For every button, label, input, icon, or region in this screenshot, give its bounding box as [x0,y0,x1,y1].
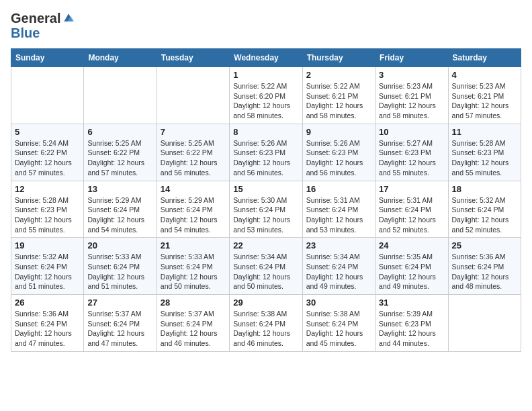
day-number: 31 [379,298,444,308]
day-number: 24 [379,240,444,250]
day-number: 20 [87,240,152,250]
day-info: Sunrise: 5:37 AMSunset: 6:24 PMDaylight:… [161,309,226,349]
calendar-cell [157,67,229,124]
day-number: 10 [379,127,444,137]
calendar-week: 26Sunrise: 5:36 AMSunset: 6:24 PMDayligh… [11,295,521,352]
day-info: Sunrise: 5:29 AMSunset: 6:24 PMDaylight:… [87,195,152,235]
calendar-cell: 21Sunrise: 5:33 AMSunset: 6:24 PMDayligh… [157,238,229,295]
calendar-cell: 19Sunrise: 5:32 AMSunset: 6:24 PMDayligh… [11,238,84,295]
day-number: 27 [87,298,152,308]
day-number: 6 [87,127,152,137]
calendar-cell: 31Sunrise: 5:39 AMSunset: 6:23 PMDayligh… [375,295,448,352]
weekday-header: Saturday [448,49,521,67]
day-number: 15 [233,184,298,194]
day-info: Sunrise: 5:31 AMSunset: 6:24 PMDaylight:… [379,195,444,235]
day-info: Sunrise: 5:32 AMSunset: 6:24 PMDaylight:… [452,195,517,235]
calendar-cell: 7Sunrise: 5:25 AMSunset: 6:22 PMDaylight… [157,124,229,181]
day-number: 2 [306,70,371,80]
day-info: Sunrise: 5:26 AMSunset: 6:23 PMDaylight:… [233,138,298,178]
day-number: 19 [15,240,80,250]
day-number: 14 [161,184,226,194]
weekday-header: Sunday [11,49,84,67]
calendar-cell: 24Sunrise: 5:35 AMSunset: 6:24 PMDayligh… [375,238,448,295]
day-info: Sunrise: 5:39 AMSunset: 6:23 PMDaylight:… [379,309,444,349]
calendar-cell: 30Sunrise: 5:38 AMSunset: 6:24 PMDayligh… [302,295,375,352]
day-number: 25 [452,240,517,250]
calendar-cell: 3Sunrise: 5:23 AMSunset: 6:21 PMDaylight… [375,67,448,124]
day-number: 12 [15,184,80,194]
day-info: Sunrise: 5:24 AMSunset: 6:22 PMDaylight:… [15,138,80,178]
calendar-cell: 13Sunrise: 5:29 AMSunset: 6:24 PMDayligh… [84,181,157,238]
day-info: Sunrise: 5:22 AMSunset: 6:20 PMDaylight:… [233,81,298,121]
calendar-cell: 15Sunrise: 5:30 AMSunset: 6:24 PMDayligh… [230,181,302,238]
logo-text2: Blue [11,26,75,40]
calendar-cell: 14Sunrise: 5:29 AMSunset: 6:24 PMDayligh… [157,181,229,238]
day-info: Sunrise: 5:23 AMSunset: 6:21 PMDaylight:… [452,81,517,121]
logo-icon [62,11,75,25]
day-number: 4 [452,70,517,80]
calendar-cell: 22Sunrise: 5:34 AMSunset: 6:24 PMDayligh… [230,238,302,295]
day-number: 22 [233,240,298,250]
day-info: Sunrise: 5:25 AMSunset: 6:22 PMDaylight:… [87,138,152,178]
calendar-cell: 28Sunrise: 5:37 AMSunset: 6:24 PMDayligh… [157,295,229,352]
calendar-cell: 17Sunrise: 5:31 AMSunset: 6:24 PMDayligh… [375,181,448,238]
day-info: Sunrise: 5:38 AMSunset: 6:24 PMDaylight:… [306,309,371,349]
weekday-header: Friday [375,49,448,67]
calendar-cell: 10Sunrise: 5:27 AMSunset: 6:23 PMDayligh… [375,124,448,181]
calendar-table: SundayMondayTuesdayWednesdayThursdayFrid… [11,48,521,352]
day-info: Sunrise: 5:33 AMSunset: 6:24 PMDaylight:… [161,252,226,291]
weekday-header: Monday [84,49,157,67]
calendar-cell: 23Sunrise: 5:34 AMSunset: 6:24 PMDayligh… [302,238,375,295]
weekday-header: Wednesday [230,49,302,67]
day-info: Sunrise: 5:23 AMSunset: 6:21 PMDaylight:… [379,81,444,121]
calendar-cell: 18Sunrise: 5:32 AMSunset: 6:24 PMDayligh… [448,181,521,238]
calendar-cell: 20Sunrise: 5:33 AMSunset: 6:24 PMDayligh… [84,238,157,295]
calendar-cell: 26Sunrise: 5:36 AMSunset: 6:24 PMDayligh… [11,295,84,352]
day-info: Sunrise: 5:37 AMSunset: 6:24 PMDaylight:… [87,309,152,349]
day-number: 30 [306,298,371,308]
calendar-cell: 12Sunrise: 5:28 AMSunset: 6:23 PMDayligh… [11,181,84,238]
day-info: Sunrise: 5:27 AMSunset: 6:23 PMDaylight:… [379,138,444,178]
day-number: 9 [306,127,371,137]
logo: General Blue [11,11,75,40]
day-number: 13 [87,184,152,194]
calendar-cell: 16Sunrise: 5:31 AMSunset: 6:24 PMDayligh… [302,181,375,238]
logo-text: General [11,11,60,26]
day-info: Sunrise: 5:34 AMSunset: 6:24 PMDaylight:… [233,252,298,291]
day-info: Sunrise: 5:31 AMSunset: 6:24 PMDaylight:… [306,195,371,235]
calendar-cell: 2Sunrise: 5:22 AMSunset: 6:21 PMDaylight… [302,67,375,124]
day-number: 1 [233,70,298,80]
calendar-cell: 27Sunrise: 5:37 AMSunset: 6:24 PMDayligh… [84,295,157,352]
day-info: Sunrise: 5:33 AMSunset: 6:24 PMDaylight:… [87,252,152,291]
day-info: Sunrise: 5:36 AMSunset: 6:24 PMDaylight:… [452,252,517,291]
calendar-cell: 1Sunrise: 5:22 AMSunset: 6:20 PMDaylight… [230,67,302,124]
day-info: Sunrise: 5:35 AMSunset: 6:24 PMDaylight:… [379,252,444,291]
day-info: Sunrise: 5:29 AMSunset: 6:24 PMDaylight:… [161,195,226,235]
calendar-cell: 4Sunrise: 5:23 AMSunset: 6:21 PMDaylight… [448,67,521,124]
day-number: 5 [15,127,80,137]
day-number: 29 [233,298,298,308]
day-info: Sunrise: 5:22 AMSunset: 6:21 PMDaylight:… [306,81,371,121]
calendar-week: 12Sunrise: 5:28 AMSunset: 6:23 PMDayligh… [11,181,521,238]
day-number: 16 [306,184,371,194]
day-info: Sunrise: 5:32 AMSunset: 6:24 PMDaylight:… [15,252,80,291]
day-info: Sunrise: 5:30 AMSunset: 6:24 PMDaylight:… [233,195,298,235]
calendar-week: 19Sunrise: 5:32 AMSunset: 6:24 PMDayligh… [11,238,521,295]
calendar-cell [448,295,521,352]
calendar-cell: 8Sunrise: 5:26 AMSunset: 6:23 PMDaylight… [230,124,302,181]
day-info: Sunrise: 5:36 AMSunset: 6:24 PMDaylight:… [15,309,80,349]
calendar-cell: 29Sunrise: 5:38 AMSunset: 6:24 PMDayligh… [230,295,302,352]
day-number: 7 [161,127,226,137]
calendar-week: 1Sunrise: 5:22 AMSunset: 6:20 PMDaylight… [11,67,521,124]
day-number: 26 [15,298,80,308]
calendar-cell: 11Sunrise: 5:28 AMSunset: 6:23 PMDayligh… [448,124,521,181]
day-number: 18 [452,184,517,194]
page-header: General Blue [11,11,521,40]
weekday-header: Tuesday [157,49,229,67]
day-number: 11 [452,127,517,137]
calendar-cell [84,67,157,124]
day-info: Sunrise: 5:34 AMSunset: 6:24 PMDaylight:… [306,252,371,291]
calendar-cell: 6Sunrise: 5:25 AMSunset: 6:22 PMDaylight… [84,124,157,181]
calendar-cell: 5Sunrise: 5:24 AMSunset: 6:22 PMDaylight… [11,124,84,181]
day-info: Sunrise: 5:26 AMSunset: 6:23 PMDaylight:… [306,138,371,178]
